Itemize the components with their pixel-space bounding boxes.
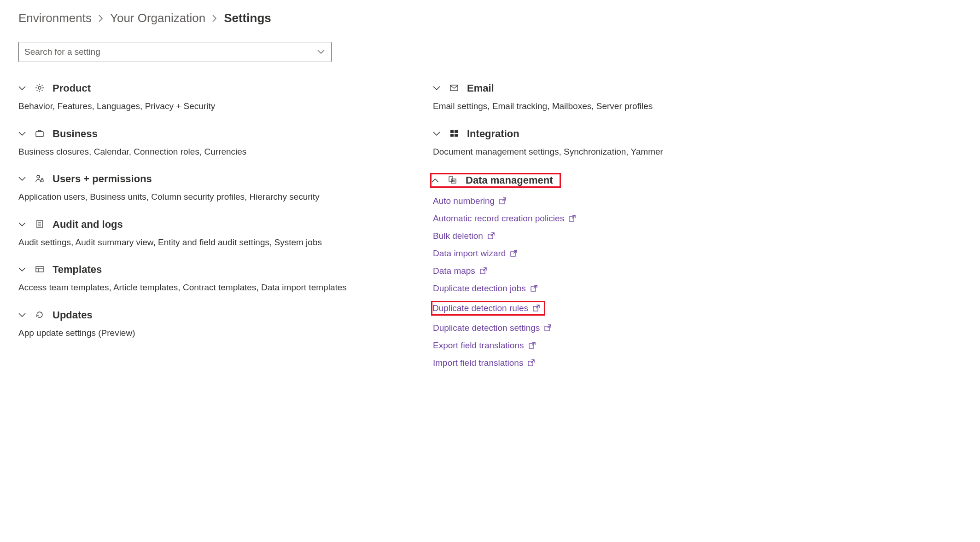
svg-rect-12: [450, 130, 454, 133]
templates-icon: [35, 265, 45, 275]
section-users-permissions: Users + permissions Application users, B…: [18, 173, 414, 204]
svg-rect-13: [455, 130, 458, 133]
section-title: Templates: [52, 264, 102, 276]
external-link-icon: [569, 215, 576, 222]
chevron-down-icon: [18, 222, 28, 227]
section-header-templates[interactable]: Templates: [18, 264, 414, 276]
section-business: Business Business closures, Calendar, Co…: [18, 128, 414, 159]
section-integration: Integration Document management settings…: [433, 128, 682, 159]
breadcrumb-item[interactable]: Your Organization: [110, 11, 205, 25]
chevron-down-icon: [18, 132, 28, 136]
database-icon: [448, 175, 458, 185]
section-title: Audit and logs: [52, 219, 123, 231]
windows-icon: [449, 129, 460, 139]
link-data-import-wizard[interactable]: Data import wizard: [433, 248, 682, 259]
people-lock-icon: [35, 174, 45, 184]
section-summary: Business closures, Calendar, Connection …: [18, 145, 414, 159]
section-header-audit[interactable]: Audit and logs: [18, 219, 414, 231]
svg-point-0: [38, 86, 41, 89]
breadcrumb-current: Settings: [224, 11, 271, 25]
external-link-icon: [488, 232, 495, 240]
section-header-updates[interactable]: Updates: [18, 309, 414, 321]
section-title: Users + permissions: [52, 173, 152, 185]
chevron-down-icon: [18, 313, 28, 317]
external-link-icon: [531, 285, 538, 292]
external-link-icon: [499, 197, 507, 205]
external-link-icon: [510, 250, 518, 257]
section-summary: Behavior, Features, Languages, Privacy +…: [18, 100, 414, 113]
section-header-business[interactable]: Business: [18, 128, 414, 140]
briefcase-icon: [35, 129, 45, 139]
svg-point-2: [37, 175, 40, 178]
link-data-maps[interactable]: Data maps: [433, 266, 682, 276]
section-title: Data management: [466, 174, 553, 186]
external-link-icon: [533, 305, 540, 312]
link-auto-numbering[interactable]: Auto numbering: [433, 196, 682, 206]
data-management-links: Auto numbering Automatic record creation…: [433, 196, 682, 368]
section-data-management: Data management Auto numbering Automatic…: [433, 173, 682, 368]
section-summary: Audit settings, Audit summary view, Enti…: [18, 236, 414, 249]
section-summary: Document management settings, Synchroniz…: [433, 145, 682, 159]
svg-rect-1: [36, 132, 43, 137]
chevron-right-icon: [212, 15, 217, 22]
chevron-down-icon[interactable]: [317, 50, 325, 54]
chevron-up-icon: [432, 178, 441, 183]
link-duplicate-detection-rules[interactable]: Duplicate detection rules: [432, 303, 540, 313]
external-link-icon: [529, 342, 536, 349]
section-templates: Templates Access team templates, Article…: [18, 264, 414, 294]
svg-rect-11: [450, 85, 458, 91]
chevron-down-icon: [18, 267, 28, 272]
section-product: Product Behavior, Features, Languages, P…: [18, 82, 414, 113]
link-export-field-translations[interactable]: Export field translations: [433, 340, 682, 351]
section-header-data-management[interactable]: Data management: [432, 174, 553, 186]
section-header-integration[interactable]: Integration: [433, 128, 682, 140]
section-email: Email Email settings, Email tracking, Ma…: [433, 82, 682, 113]
chevron-down-icon: [433, 132, 442, 136]
link-bulk-deletion[interactable]: Bulk deletion: [433, 231, 682, 241]
chevron-right-icon: [98, 15, 104, 22]
link-duplicate-detection-settings[interactable]: Duplicate detection settings: [433, 323, 682, 333]
section-audit-logs: Audit and logs Audit settings, Audit sum…: [18, 219, 414, 249]
chevron-down-icon: [18, 177, 28, 181]
breadcrumb-item[interactable]: Environments: [18, 11, 92, 25]
link-import-field-translations[interactable]: Import field translations: [433, 358, 682, 368]
svg-rect-3: [41, 179, 43, 182]
section-title: Business: [52, 128, 98, 140]
external-link-icon: [528, 359, 535, 367]
section-summary: Application users, Business units, Colum…: [18, 190, 414, 204]
section-updates: Updates App update settings (Preview): [18, 309, 414, 340]
gear-icon: [35, 83, 45, 93]
section-header-users[interactable]: Users + permissions: [18, 173, 414, 185]
refresh-icon: [35, 310, 45, 320]
section-summary: Access team templates, Article templates…: [18, 281, 414, 294]
search-setting-combobox[interactable]: [18, 42, 332, 62]
document-list-icon: [35, 219, 45, 230]
section-header-product[interactable]: Product: [18, 82, 414, 94]
search-input[interactable]: [24, 47, 326, 57]
section-summary: App update settings (Preview): [18, 327, 414, 340]
svg-rect-14: [450, 134, 454, 137]
link-duplicate-detection-jobs[interactable]: Duplicate detection jobs: [433, 283, 682, 294]
svg-rect-8: [36, 266, 43, 272]
section-header-email[interactable]: Email: [433, 82, 682, 94]
mail-icon: [449, 83, 460, 93]
section-title: Product: [52, 82, 91, 94]
svg-rect-15: [455, 134, 458, 137]
section-title: Integration: [467, 128, 519, 140]
settings-column-left: Product Behavior, Features, Languages, P…: [18, 82, 414, 383]
settings-column-right: Email Email settings, Email tracking, Ma…: [433, 82, 682, 383]
chevron-down-icon: [18, 86, 28, 91]
section-title: Email: [467, 82, 494, 94]
section-title: Updates: [52, 309, 93, 321]
external-link-icon: [480, 267, 487, 275]
breadcrumb: Environments Your Organization Settings: [18, 11, 962, 25]
section-summary: Email settings, Email tracking, Mailboxe…: [433, 100, 682, 113]
external-link-icon: [544, 324, 552, 332]
link-automatic-record-creation[interactable]: Automatic record creation policies: [433, 213, 682, 224]
chevron-down-icon: [433, 86, 442, 91]
